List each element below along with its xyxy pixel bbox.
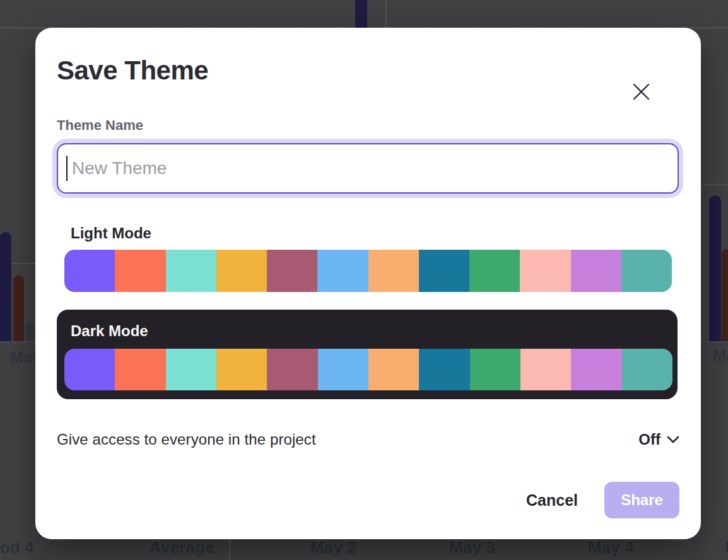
- color-swatch: [166, 250, 216, 292]
- theme-name-field: [57, 143, 679, 194]
- color-swatch: [64, 250, 115, 292]
- axis-label-may4: May 4: [588, 538, 634, 557]
- color-swatch: [64, 349, 115, 390]
- color-swatch: [571, 349, 621, 390]
- light-palette: [64, 250, 672, 292]
- background-bar: [26, 322, 34, 341]
- background-bar: [13, 276, 24, 341]
- theme-name-input[interactable]: [57, 143, 679, 194]
- period-selector-label[interactable]: od 4: [0, 538, 34, 557]
- gridline: [385, 0, 387, 27]
- color-swatch: [368, 250, 419, 292]
- access-dropdown[interactable]: Off: [638, 431, 679, 448]
- background-bar: [722, 249, 728, 341]
- chevron-down-icon[interactable]: [62, 544, 73, 551]
- light-mode-label: Light Mode: [71, 225, 679, 242]
- color-swatch: [317, 250, 368, 292]
- axis-label-average: Average: [150, 538, 214, 557]
- color-swatch: [622, 349, 672, 390]
- save-theme-dialog: Save Theme Theme Name Light Mode Dark Mo…: [35, 28, 701, 539]
- color-swatch: [115, 349, 165, 390]
- gridline: [700, 341, 728, 342]
- color-swatch: [419, 349, 469, 390]
- color-swatch: [267, 349, 317, 390]
- gridline: [702, 184, 728, 185]
- color-swatch: [166, 349, 216, 390]
- right-month-label: May: [713, 347, 728, 365]
- axis-label-partial: M: [725, 538, 728, 557]
- dark-mode-label: Dark Mode: [71, 322, 678, 340]
- color-swatch: [216, 250, 267, 292]
- color-swatch: [115, 250, 165, 292]
- color-swatch: [368, 349, 419, 390]
- color-swatch: [520, 250, 570, 292]
- color-swatch: [216, 349, 267, 390]
- access-value: Off: [638, 431, 660, 448]
- axis-label-may2: May 2: [310, 538, 356, 557]
- dialog-title: Save Theme: [57, 55, 679, 86]
- dark-palette: [64, 349, 672, 390]
- access-row: Give access to everyone in the project O…: [57, 431, 679, 448]
- color-swatch: [267, 250, 317, 292]
- dark-mode-card: Dark Mode: [57, 310, 678, 399]
- axis-label-may3: May 3: [449, 538, 495, 557]
- theme-name-label: Theme Name: [57, 117, 679, 134]
- gridline: [0, 341, 35, 342]
- color-swatch: [571, 250, 621, 292]
- background-bar: [355, 0, 367, 28]
- access-label: Give access to everyone in the project: [57, 431, 316, 448]
- share-button[interactable]: Share: [604, 482, 679, 518]
- close-icon: [633, 83, 650, 100]
- background-bar: [0, 232, 11, 341]
- close-button[interactable]: [630, 81, 652, 102]
- color-swatch: [419, 250, 469, 292]
- color-swatch: [621, 250, 672, 292]
- cancel-button[interactable]: Cancel: [526, 491, 578, 510]
- color-swatch: [470, 349, 520, 390]
- dialog-actions: Cancel Share: [57, 482, 679, 518]
- background-bar: [709, 195, 721, 341]
- color-swatch: [318, 349, 368, 390]
- color-swatch: [469, 250, 520, 292]
- color-swatch: [520, 349, 571, 390]
- chevron-down-icon: [667, 436, 679, 444]
